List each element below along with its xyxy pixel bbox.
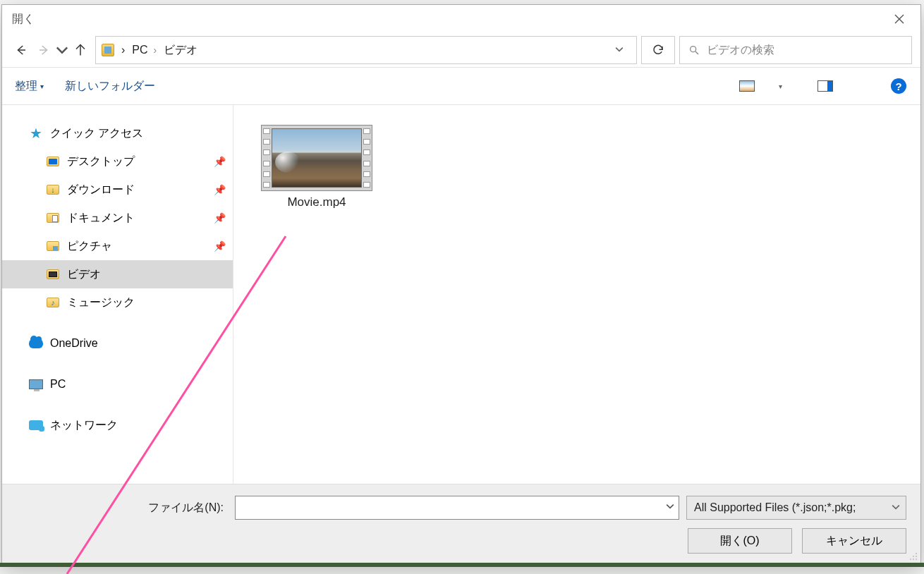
breadcrumb-sep: › <box>121 44 125 56</box>
refresh-button[interactable] <box>641 36 675 64</box>
close-button[interactable] <box>885 8 913 30</box>
pin-icon: 📌 <box>214 212 226 224</box>
dialog-footer: ファイル名(N): All Supported Files (*.json;*.… <box>2 484 920 563</box>
nav-back-button[interactable] <box>11 39 32 61</box>
file-list[interactable]: Movie.mp4 <box>233 105 920 484</box>
new-folder-button[interactable]: 新しいフォルダー <box>65 79 155 94</box>
cancel-button[interactable]: キャンセル <box>802 528 906 554</box>
pin-icon: 📌 <box>214 156 226 167</box>
close-icon <box>894 14 904 24</box>
tree-item-music[interactable]: ミュージック <box>2 288 233 317</box>
preview-pane-icon <box>817 80 833 92</box>
pin-icon: 📌 <box>214 240 226 252</box>
tree-item-quick-access[interactable]: ★ クイック アクセス <box>2 119 233 147</box>
svg-point-5 <box>913 558 914 560</box>
thumbnail-view-icon <box>739 80 755 92</box>
svg-point-1 <box>916 553 917 554</box>
view-mode-dropdown[interactable]: ▾ <box>779 83 782 90</box>
chevron-right-icon: › <box>154 44 157 56</box>
toolbar: 整理 ▾ 新しいフォルダー ▾ ? <box>2 67 920 105</box>
filename-input[interactable] <box>236 496 660 519</box>
tree-item-label: PC <box>50 378 66 391</box>
tree-item-pictures[interactable]: ピクチャ 📌 <box>2 232 233 260</box>
resize-grip-icon <box>908 551 918 561</box>
tree-item-label: ドキュメント <box>67 211 135 226</box>
search-icon <box>688 44 700 56</box>
organize-button[interactable]: 整理 ▾ <box>15 79 44 94</box>
folder-icon <box>47 213 59 223</box>
tree-item-label: OneDrive <box>50 337 98 350</box>
help-icon: ? <box>891 78 906 94</box>
tree-item-label: ビデオ <box>67 267 101 282</box>
breadcrumb-segment-pc[interactable]: PC › <box>132 44 157 56</box>
open-file-dialog: 開く › PC › <box>1 4 921 564</box>
nav-arrows <box>11 39 91 61</box>
pc-icon <box>29 379 43 389</box>
tree-item-label: クイック アクセス <box>50 126 143 141</box>
star-icon: ★ <box>29 126 43 140</box>
tree-item-desktop[interactable]: デスクトップ 📌 <box>2 147 233 176</box>
arrow-left-icon <box>15 44 28 56</box>
tree-item-documents[interactable]: ドキュメント 📌 <box>2 204 233 232</box>
tree-item-label: ミュージック <box>67 295 135 310</box>
video-thumbnail-icon <box>261 125 372 191</box>
search-box[interactable] <box>679 36 912 64</box>
tree-item-videos[interactable]: ビデオ <box>2 260 233 288</box>
view-mode-button[interactable] <box>738 77 756 95</box>
svg-point-0 <box>691 47 696 52</box>
folder-icon <box>47 157 59 166</box>
chevron-down-icon <box>892 503 900 511</box>
arrow-right-icon <box>37 44 50 56</box>
breadcrumb-segment-videos[interactable]: ビデオ <box>164 43 197 58</box>
help-button[interactable]: ? <box>889 77 908 95</box>
resize-grip[interactable] <box>908 551 918 561</box>
window-shadow-edge <box>0 563 924 567</box>
filetype-label: All Supported Files (*.json;*.pkg; <box>694 501 856 514</box>
window-title: 開く <box>12 12 35 27</box>
filename-label: ファイル名(N): <box>16 501 228 515</box>
folder-icon <box>47 185 59 195</box>
file-item[interactable]: Movie.mp4 <box>253 125 380 209</box>
network-icon <box>29 420 43 430</box>
tree-item-onedrive[interactable]: OneDrive <box>2 329 233 358</box>
location-icon <box>102 44 114 56</box>
nav-up-button[interactable] <box>70 39 91 61</box>
tree-item-pc[interactable]: PC <box>2 370 233 398</box>
filetype-dropdown-icon <box>892 501 900 514</box>
dialog-body: ★ クイック アクセス デスクトップ 📌 ダウンロード 📌 ドキュメント 📌 ピ… <box>2 105 920 484</box>
pin-icon: 📌 <box>214 184 226 195</box>
preview-pane-button[interactable] <box>816 77 834 95</box>
nav-recent-dropdown[interactable] <box>56 39 68 61</box>
chevron-down-icon <box>56 44 68 56</box>
svg-point-3 <box>916 556 917 557</box>
svg-point-2 <box>913 556 914 557</box>
title-bar: 開く <box>2 5 920 33</box>
nav-forward-button[interactable] <box>33 39 54 61</box>
search-input[interactable] <box>707 44 903 56</box>
svg-point-4 <box>910 558 911 560</box>
arrow-up-icon <box>74 44 87 56</box>
chevron-down-icon <box>615 45 624 54</box>
refresh-icon <box>652 44 664 56</box>
svg-point-6 <box>916 558 917 560</box>
tree-item-network[interactable]: ネットワーク <box>2 411 233 439</box>
filetype-select[interactable]: All Supported Files (*.json;*.pkg; <box>686 496 906 520</box>
folder-icon <box>47 298 59 307</box>
filename-dropdown[interactable] <box>666 501 674 513</box>
breadcrumb[interactable]: › PC › ビデオ <box>95 36 637 64</box>
navigation-pane: ★ クイック アクセス デスクトップ 📌 ダウンロード 📌 ドキュメント 📌 ピ… <box>2 105 233 484</box>
folder-icon <box>47 269 59 279</box>
tree-item-downloads[interactable]: ダウンロード 📌 <box>2 176 233 204</box>
chevron-down-icon <box>666 502 674 511</box>
breadcrumb-dropdown[interactable] <box>608 42 631 59</box>
tree-item-label: ネットワーク <box>50 418 118 433</box>
file-name: Movie.mp4 <box>253 195 380 209</box>
tree-item-label: デスクトップ <box>67 154 135 169</box>
onedrive-icon <box>29 338 43 348</box>
filename-combobox[interactable] <box>235 496 679 520</box>
folder-icon <box>47 241 59 251</box>
nav-bar: › PC › ビデオ <box>2 33 920 67</box>
caret-down-icon: ▾ <box>40 83 44 90</box>
tree-item-label: ダウンロード <box>67 183 135 197</box>
open-button[interactable]: 開く(O) <box>688 528 792 554</box>
